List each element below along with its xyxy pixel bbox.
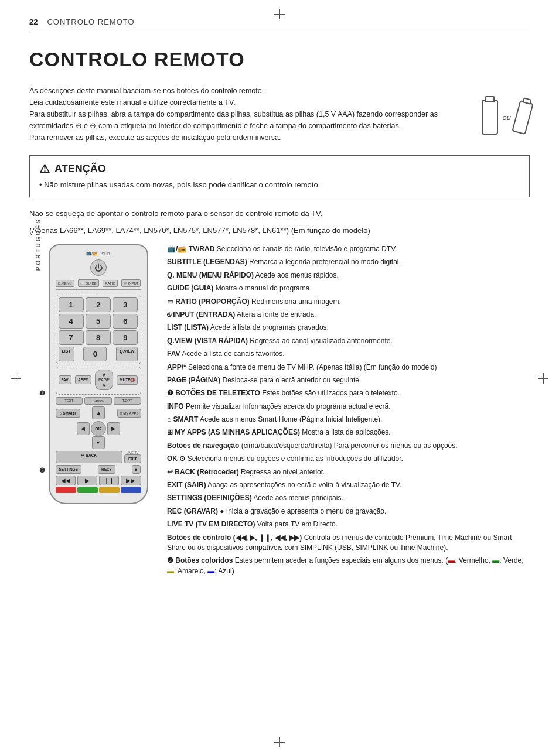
qmenu-label: Q.MENU — [58, 282, 72, 285]
exit-button[interactable]: EXIT — [124, 454, 141, 463]
desc-input-text: ⎋ INPUT (ENTRADA) Altera a fonte de entr… — [167, 310, 316, 320]
desc-qmenu: Q. MENU (MENU RÁPIDO) Acede aos menus rá… — [167, 271, 530, 280]
desc-teletext: ❶ BOTÕES DE TELETEXTO Estes botões são u… — [167, 388, 530, 398]
battery-shape — [482, 100, 498, 135]
back-exit-row: ↩ BACK LIVE TV EXIT — [56, 451, 141, 463]
desc-qview: Q.VIEW (VISTA RÁPIDA) Regressa ao canal … — [167, 336, 530, 346]
dpad-right[interactable]: ▶ — [107, 422, 120, 435]
btn-5[interactable]: 5 — [86, 314, 111, 329]
rec-button[interactable]: REC● — [98, 465, 115, 474]
color-green-label: ▬ — [492, 556, 499, 565]
green-button[interactable] — [77, 487, 98, 493]
fav-button[interactable]: FAV — [59, 375, 71, 384]
ou-text: ou — [503, 113, 511, 122]
fav-app-row: FAV APP/* ∧ PAGE ∨ MUTE🔇 — [59, 370, 138, 390]
crosshair-bottom — [274, 737, 285, 747]
desc-list: LIST (LISTA) Acede à lista de programas … — [167, 323, 530, 333]
btn-1[interactable]: 1 — [59, 297, 84, 312]
desc-info: INFO Permite visualizar informações acer… — [167, 402, 530, 412]
red-button[interactable] — [56, 487, 76, 493]
desc-myapps: ⊞ MY APPS (AS MINHAS APLICAÇÕES) Mostra … — [167, 427, 530, 437]
qmenu-button[interactable]: Q.MENU — [56, 280, 74, 287]
dpad-up[interactable]: ▲ — [92, 406, 105, 419]
btn-6[interactable]: 6 — [113, 314, 138, 329]
desc-qview-bold: Q.VIEW (VISTA RÁPIDA) — [167, 337, 248, 345]
desc-livetv-text: LIVE TV (TV EM DIRECTO) Volta para TV em… — [167, 519, 338, 529]
desc-nav-bold: Botões de navegação — [167, 442, 239, 450]
dpad-section: ◀ OK ▶ ▼ — [56, 421, 141, 449]
desc-rec-bold: REC (GRAVAR) ● — [167, 507, 224, 515]
desc-subtitle-bold: SUBTITLE (LEGENDAS) — [167, 258, 247, 266]
desc-ratio-text: ▭ RATIO (PROPORÇÃO) Redimensiona uma ima… — [167, 297, 341, 307]
desc-tvrad-text: 📺/📻 TV/RAD Selecciona os canais de rádio… — [167, 244, 397, 254]
desc-settings-text: SETTINGS (DEFINIÇÕES) Acede aos menus pr… — [167, 493, 343, 503]
btn-9[interactable]: 9 — [113, 330, 138, 345]
text-button[interactable]: TEXT — [56, 397, 83, 405]
blue-button[interactable] — [121, 487, 141, 493]
color-blue-label: ▬ — [207, 567, 214, 575]
desc-livetv: LIVE TV (TV EM DIRECTO) Volta para TV em… — [167, 519, 530, 529]
color-red-label: ▬ — [448, 556, 455, 565]
desc-app: APP/* Selecciona a fonte de menu de TV M… — [167, 362, 530, 372]
topt-button[interactable]: T.OPT — [114, 397, 141, 405]
btn-7[interactable]: 7 — [59, 330, 84, 345]
input-button[interactable]: ⏎ INPUT — [121, 279, 141, 287]
settings-button[interactable]: SETTINGS — [56, 465, 82, 474]
mute-button[interactable]: MUTE🔇 — [117, 375, 138, 385]
desc-subtitle: SUBTITLE (LEGENDAS) Remarca a legenda pr… — [167, 257, 530, 267]
desc-info-text: INFO Permite visualizar informações acer… — [167, 402, 391, 412]
model-note: (Apenas LA66**, LA69**, LA74**, LN570*, … — [29, 226, 530, 235]
app-button[interactable]: APP/* — [75, 375, 91, 384]
desc-color-bold: ❷ Botões coloridos — [167, 556, 233, 565]
list-button[interactable]: LIST — [59, 347, 74, 361]
num-bottom-row: LIST 0 Q.VIEW — [59, 347, 138, 361]
fastforward-button[interactable]: ▶▶ — [121, 476, 141, 485]
subtitle-icon: SUB — [101, 252, 110, 256]
desc-guide: GUIDE (GUIA) Mostra o manual do programa… — [167, 283, 530, 293]
qview-button[interactable]: Q.VIEW — [116, 347, 138, 361]
btn-4[interactable]: 4 — [59, 314, 84, 329]
smart-button[interactable]: ⌂ SMART — [56, 409, 81, 418]
header-title: CONTROLO REMOTO — [47, 18, 134, 26]
btn-8[interactable]: 8 — [86, 330, 111, 345]
btn-0[interactable]: 0 — [83, 347, 107, 361]
back-button[interactable]: ↩ BACK — [56, 451, 123, 463]
remote-container: ❶ ❷ 📺/📻 SUB ⏻ Q.MENU — [41, 244, 155, 504]
ok-button[interactable]: OK — [91, 421, 106, 436]
page-button[interactable]: ∧ PAGE ∨ — [95, 370, 113, 390]
page-number: 22 — [29, 18, 38, 26]
input-label: INPUT — [128, 282, 138, 285]
number-grid: 1 2 3 4 5 6 7 8 9 — [59, 297, 138, 345]
guide-button[interactable]: 📖 GUIDE — [78, 279, 99, 287]
battery-image-1 — [482, 100, 498, 135]
info-button[interactable]: INFO⊙ — [84, 397, 112, 405]
desc-fav-text: FAV Acede à lista de canais favoritos. — [167, 349, 285, 359]
myapps-button[interactable]: ⊞ MY APPS — [117, 409, 141, 418]
dpad-left[interactable]: ◀ — [77, 422, 90, 435]
intro-text: As descrições deste manual baseiam-se no… — [29, 85, 470, 143]
btn-3[interactable]: 3 — [113, 297, 138, 312]
desc-guide-text: GUIDE (GUIA) Mostra o manual do programa… — [167, 283, 312, 293]
power-icon: ⏻ — [94, 263, 103, 272]
stop-button[interactable]: ■ — [132, 465, 141, 474]
power-button[interactable]: ⏻ — [90, 259, 107, 276]
smart-row: ⌂ SMART ▲ ⊞ MY APPS — [56, 406, 141, 419]
desc-settings-bold: SETTINGS (DEFINIÇÕES) — [167, 494, 252, 502]
desc-tvrad-bold: 📺/📻 TV/RAD — [167, 245, 214, 253]
rewind-button[interactable]: ◀◀ — [56, 476, 76, 485]
ratio-button[interactable]: RATIO — [103, 280, 118, 287]
btn-2[interactable]: 2 — [86, 297, 111, 312]
yellow-button[interactable] — [99, 487, 120, 493]
media-controls-row: ◀◀ ▶ ❙❙ ▶▶ — [56, 476, 141, 485]
desc-exit-bold: EXIT (SAIR) — [167, 481, 206, 489]
desc-back-bold: ↩ BACK (Retroceder) — [167, 468, 239, 476]
warning-box: ⚠ ATENÇÃO • Não misture pilhas usadas co… — [29, 155, 530, 197]
desc-fav: FAV Acede à lista de canais favoritos. — [167, 349, 530, 359]
dpad-down[interactable]: ▼ — [92, 436, 105, 449]
desc-page-bold: PAGE (PÁGINA) — [167, 376, 220, 384]
desc-teletext-bold: ❶ BOTÕES DE TELETEXTO — [167, 389, 260, 397]
play-button[interactable]: ▶ — [77, 476, 97, 485]
pause-button[interactable]: ❙❙ — [99, 476, 119, 485]
warning-title: ⚠ ATENÇÃO — [39, 162, 520, 176]
desc-app-bold: APP/* — [167, 363, 186, 371]
